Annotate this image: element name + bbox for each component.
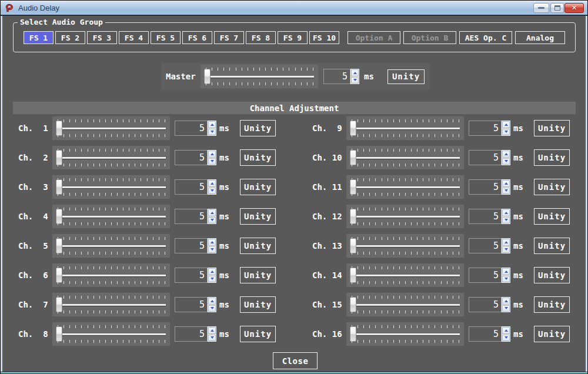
spin-up-button[interactable]	[208, 298, 216, 305]
spin-up-button[interactable]	[502, 151, 510, 158]
spin-up-button[interactable]	[502, 298, 510, 305]
fs-group-button-7[interactable]: FS 7	[214, 31, 244, 44]
fs-group-button-10[interactable]: FS 10	[309, 31, 339, 44]
spin-down-button[interactable]	[502, 158, 510, 165]
spin-up-button[interactable]	[208, 268, 216, 275]
channel-delay-value[interactable]: 5	[469, 150, 502, 165]
channel-delay-slider[interactable]	[346, 116, 464, 140]
channel-delay-slider[interactable]	[52, 116, 170, 140]
unity-button[interactable]: Unity	[534, 149, 570, 166]
unity-button[interactable]: Unity	[240, 149, 276, 166]
unity-button[interactable]: Unity	[534, 238, 570, 254]
channel-delay-value[interactable]: 5	[469, 121, 502, 136]
unity-button[interactable]: Unity	[534, 267, 570, 283]
spin-down-button[interactable]	[208, 305, 216, 312]
fs-group-button-5[interactable]: FS 5	[151, 31, 181, 44]
channel-delay-value[interactable]: 5	[469, 326, 502, 342]
master-delay-slider[interactable]	[201, 65, 318, 88]
maximize-button[interactable]	[550, 3, 564, 13]
spin-up-button[interactable]	[208, 239, 216, 246]
fs-group-button-9[interactable]: FS 9	[278, 31, 308, 44]
spin-up-button[interactable]	[351, 69, 359, 76]
minimize-button[interactable]	[533, 3, 549, 13]
channel-delay-value[interactable]: 5	[175, 238, 208, 253]
spin-down-button[interactable]	[208, 158, 216, 165]
channel-delay-slider[interactable]	[52, 263, 170, 287]
unity-button[interactable]: Unity	[240, 208, 276, 225]
group-button-analog[interactable]: Analog	[515, 31, 565, 44]
fs-group-button-3[interactable]: FS 3	[87, 31, 117, 44]
unity-button[interactable]: Unity	[240, 120, 276, 136]
spin-down-button[interactable]	[208, 335, 216, 342]
close-button[interactable]: Close	[273, 352, 318, 369]
channel-delay-slider[interactable]	[346, 146, 464, 169]
spin-down-button[interactable]	[502, 276, 510, 283]
unity-button[interactable]: Unity	[534, 208, 570, 225]
unity-button[interactable]: Unity	[240, 238, 276, 254]
channel-delay-slider[interactable]	[346, 234, 464, 258]
spin-up-button[interactable]	[502, 121, 510, 128]
channel-delay-value[interactable]: 5	[175, 179, 208, 195]
spin-up-button[interactable]	[208, 180, 216, 187]
channel-delay-value[interactable]: 5	[469, 238, 502, 253]
spin-up-button[interactable]	[208, 327, 216, 334]
spin-down-button[interactable]	[502, 305, 510, 312]
unity-button[interactable]: Unity	[534, 326, 570, 342]
channel-delay-value[interactable]: 5	[175, 297, 208, 312]
channel-delay-slider[interactable]	[52, 293, 170, 316]
channel-delay-slider[interactable]	[346, 293, 464, 316]
channel-delay-value[interactable]: 5	[469, 209, 502, 224]
spin-down-button[interactable]	[208, 276, 216, 283]
spin-down-button[interactable]	[502, 188, 510, 195]
channel-delay-value[interactable]: 5	[469, 297, 502, 312]
close-window-button[interactable]: ✕	[564, 3, 584, 13]
unity-button[interactable]: Unity	[240, 326, 276, 342]
spin-up-button[interactable]	[502, 209, 510, 216]
spin-up-button[interactable]	[208, 209, 216, 216]
channel-delay-slider[interactable]	[346, 175, 464, 199]
channel-delay-slider[interactable]	[52, 175, 170, 199]
spin-down-button[interactable]	[208, 188, 216, 195]
spin-down-button[interactable]	[502, 129, 510, 136]
channel-delay-value[interactable]: 5	[175, 121, 208, 136]
unity-button[interactable]: Unity	[240, 267, 276, 283]
spin-down-button[interactable]	[502, 335, 510, 342]
channel-delay-slider[interactable]	[346, 205, 464, 228]
channel-delay-value[interactable]: 5	[175, 326, 208, 342]
unity-button[interactable]: Unity	[534, 179, 570, 195]
channel-delay-slider[interactable]	[52, 146, 170, 169]
channel-delay-value[interactable]: 5	[175, 268, 208, 283]
spin-down-button[interactable]	[208, 217, 216, 224]
channel-delay-slider[interactable]	[346, 322, 464, 346]
channel-delay-slider[interactable]	[52, 234, 170, 258]
spin-down-button[interactable]	[502, 246, 510, 253]
unity-button[interactable]: Unity	[534, 120, 570, 136]
fs-group-button-8[interactable]: FS 8	[246, 31, 276, 44]
titlebar[interactable]: Audio Delay ✕	[1, 1, 587, 16]
fs-group-button-6[interactable]: FS 6	[182, 31, 212, 44]
unity-button[interactable]: Unity	[240, 296, 276, 313]
spin-up-button[interactable]	[502, 327, 510, 334]
group-button-aes-op-c[interactable]: AES Op. C	[459, 31, 512, 44]
unity-button[interactable]: Unity	[534, 296, 570, 313]
channel-delay-value[interactable]: 5	[469, 179, 502, 195]
unity-button[interactable]: Unity	[240, 179, 276, 195]
spin-down-button[interactable]	[502, 217, 510, 224]
master-delay-value[interactable]: 5	[323, 69, 350, 84]
spin-up-button[interactable]	[502, 180, 510, 187]
spin-up-button[interactable]	[502, 268, 510, 275]
channel-delay-value[interactable]: 5	[175, 150, 208, 165]
fs-group-button-4[interactable]: FS 4	[119, 31, 149, 44]
channel-delay-slider[interactable]	[52, 322, 170, 346]
fs-group-button-1[interactable]: FS 1	[24, 31, 54, 44]
spin-down-button[interactable]	[208, 129, 216, 136]
spin-down-button[interactable]	[208, 246, 216, 253]
channel-delay-slider[interactable]	[52, 205, 170, 228]
spin-up-button[interactable]	[208, 151, 216, 158]
fs-group-button-2[interactable]: FS 2	[55, 31, 85, 44]
channel-delay-value[interactable]: 5	[469, 268, 502, 283]
spin-up-button[interactable]	[502, 239, 510, 246]
channel-delay-slider[interactable]	[346, 263, 464, 287]
master-unity-button[interactable]: Unity	[387, 69, 425, 84]
spin-up-button[interactable]	[208, 121, 216, 128]
